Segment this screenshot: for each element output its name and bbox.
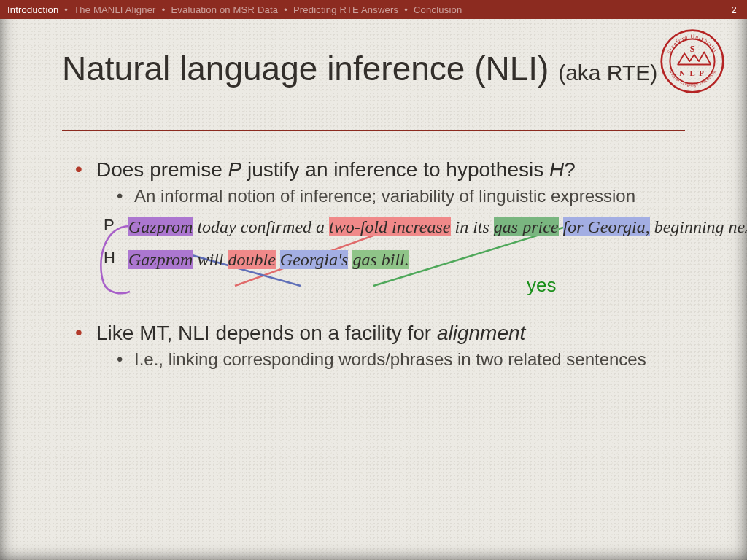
text-span: beginning next Monday.	[650, 217, 747, 236]
premise-label: P	[104, 214, 128, 236]
stanford-nlp-logo: Stanford University Natural Language Pro…	[659, 28, 725, 95]
premise-row: P Gazprom today confirmed a two-fold inc…	[104, 214, 703, 240]
bullet-2-sub: I.e., linking corresponding words/phrase…	[115, 349, 703, 370]
premise-text: Gazprom today confirmed a two-fold incre…	[128, 214, 639, 240]
alignment-word: alignment	[437, 322, 525, 344]
hypothesis-text: Gazprom will double Georgia's gas bill.	[128, 247, 409, 273]
slide-body: Does premise P justify an inference to h…	[73, 157, 703, 375]
svg-text:N L P: N L P	[679, 69, 705, 77]
text-span	[559, 217, 563, 236]
nav-introduction[interactable]: Introduction	[7, 4, 58, 15]
nav-conclusion[interactable]: Conclusion	[414, 4, 462, 15]
hypothesis-row: H Gazprom will double Georgia's gas bill…	[104, 247, 703, 273]
bullet-1: Does premise P justify an inference to h…	[73, 157, 703, 207]
highlight-span: gas price	[494, 217, 559, 236]
title-main: Natural language inference (NLI)	[62, 50, 558, 88]
var-p: P	[228, 158, 242, 181]
highlight-span: double	[228, 250, 275, 269]
highlight-span: Georgia's	[280, 250, 349, 269]
bullet-2: Like MT, NLI depends on a facility for a…	[73, 320, 703, 370]
slide: Introduction • The MANLI Aligner • Evalu…	[0, 0, 747, 560]
hypothesis-label: H	[104, 247, 128, 269]
title-subtitle: (aka RTE)	[558, 61, 657, 85]
highlight-span: gas bill.	[352, 250, 409, 269]
highlight-span: Gazprom	[128, 217, 193, 236]
text-span: today confirmed a	[193, 217, 329, 236]
title-underline	[62, 130, 685, 131]
highlight-span: for Georgia,	[563, 217, 650, 236]
nav-separator: •	[162, 4, 166, 15]
verdict-label: yes	[527, 273, 747, 298]
breadcrumb-bar: Introduction • The MANLI Aligner • Evalu…	[0, 0, 747, 19]
nav-manli[interactable]: The MANLI Aligner	[74, 4, 156, 15]
bullet-1-sub: An informal notion of inference; variabi…	[115, 185, 703, 207]
page-number: 2	[732, 4, 737, 15]
highlight-span: two-fold increase	[329, 217, 450, 236]
nav-msr[interactable]: Evaluation on MSR Data	[171, 4, 278, 15]
nav-separator: •	[284, 4, 287, 15]
highlight-span: Gazprom	[128, 250, 193, 269]
nav-separator: •	[404, 4, 408, 15]
slide-title: Natural language inference (NLI) (aka RT…	[62, 51, 689, 86]
nav-rte[interactable]: Predicting RTE Answers	[293, 4, 398, 15]
text-span	[276, 250, 280, 269]
var-h: H	[549, 158, 564, 181]
text-span: will	[193, 250, 228, 269]
alignment-example: P Gazprom today confirmed a two-fold inc…	[104, 214, 703, 298]
svg-text:S: S	[690, 44, 695, 54]
nav-separator: •	[64, 4, 68, 15]
text-span: in its	[451, 217, 494, 236]
